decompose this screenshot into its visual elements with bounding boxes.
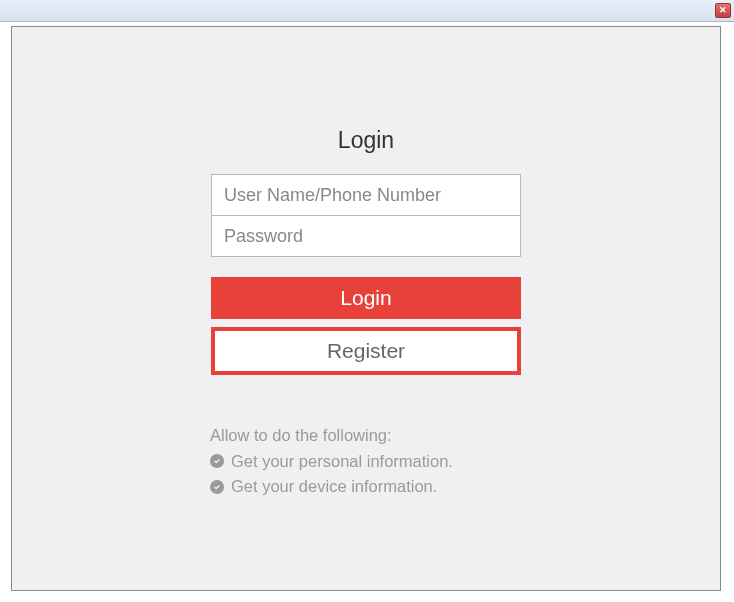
check-icon <box>210 480 224 494</box>
permissions-heading: Allow to do the following: <box>210 423 521 449</box>
password-input[interactable] <box>212 216 520 256</box>
permission-item: Get your device information. <box>210 474 521 500</box>
check-icon <box>210 454 224 468</box>
permission-text: Get your device information. <box>231 474 437 500</box>
close-icon: ✕ <box>719 6 727 15</box>
page-title: Login <box>211 127 521 154</box>
window-titlebar: ✕ <box>0 0 734 22</box>
main-panel: Login Login Register Allow to do the fol… <box>11 26 721 591</box>
username-input[interactable] <box>212 175 520 215</box>
input-group <box>211 174 521 257</box>
permission-item: Get your personal information. <box>210 449 521 475</box>
register-highlight: Register <box>211 327 521 375</box>
permissions-block: Allow to do the following: Get your pers… <box>210 423 521 500</box>
close-button[interactable]: ✕ <box>715 3 731 18</box>
permission-text: Get your personal information. <box>231 449 453 475</box>
login-button[interactable]: Login <box>211 277 521 319</box>
login-form: Login Login Register Allow to do the fol… <box>211 127 521 500</box>
register-button[interactable]: Register <box>215 331 517 371</box>
